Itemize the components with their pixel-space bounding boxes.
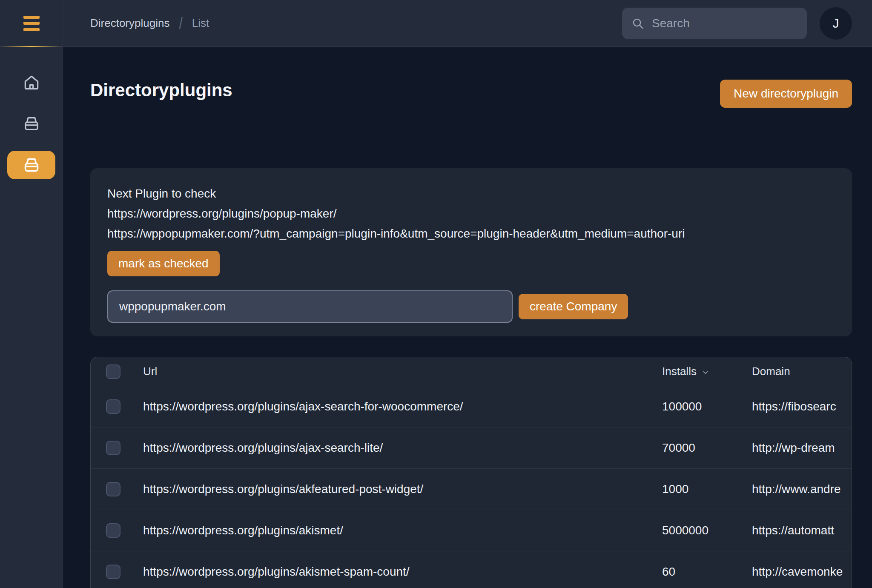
breadcrumb: Directoryplugins / List: [90, 16, 209, 31]
search-box[interactable]: [622, 8, 807, 39]
sidebar: [0, 47, 63, 588]
row-checkbox[interactable]: [106, 441, 120, 455]
sidebar-item-directoryplugins[interactable]: [7, 151, 55, 179]
select-all-checkbox[interactable]: [106, 364, 120, 379]
table-row[interactable]: https://wordpress.org/plugins/akismet-sp…: [91, 551, 852, 588]
topbar-right: J: [622, 7, 872, 40]
table-header-row: Url Installs Domain: [91, 357, 852, 386]
row-url: https://wordpress.org/plugins/ajax-searc…: [120, 441, 662, 455]
breadcrumb-current-page[interactable]: List: [192, 17, 209, 30]
author-url-text: https://wppopupmaker.com/?utm_campaign=p…: [107, 224, 835, 244]
row-checkbox[interactable]: [106, 482, 120, 496]
breadcrumb-resource-link[interactable]: Directoryplugins: [90, 17, 169, 30]
search-input[interactable]: [652, 17, 806, 30]
row-installs: 60: [662, 565, 752, 579]
table-row[interactable]: https://wordpress.org/plugins/akismet/ 5…: [91, 510, 852, 551]
create-company-button[interactable]: create Company: [519, 294, 628, 319]
sort-chevron-down-icon: [702, 369, 709, 376]
table-row[interactable]: https://wordpress.org/plugins/akfeatured…: [91, 468, 852, 510]
search-icon: [631, 17, 644, 30]
home-icon: [22, 73, 41, 92]
row-url: https://wordpress.org/plugins/akismet/: [120, 524, 662, 537]
create-company-row: create Company: [107, 290, 835, 323]
page-title: Directoryplugins: [90, 80, 232, 100]
table-row[interactable]: https://wordpress.org/plugins/ajax-searc…: [91, 427, 852, 468]
hamburger-menu-button[interactable]: [23, 16, 40, 31]
next-plugin-label: Next Plugin to check: [107, 184, 835, 204]
new-directoryplugin-button[interactable]: New directoryplugin: [720, 80, 852, 108]
row-url: https://wordpress.org/plugins/ajax-searc…: [120, 400, 662, 413]
row-url: https://wordpress.org/plugins/akismet-sp…: [120, 565, 662, 579]
column-header-url: Url: [120, 365, 662, 378]
row-domain: https://fibosearc: [752, 400, 852, 413]
row-checkbox[interactable]: [106, 523, 120, 538]
row-installs: 1000: [662, 482, 752, 496]
row-checkbox[interactable]: [106, 399, 120, 414]
archive-icon: [22, 155, 41, 175]
row-url: https://wordpress.org/plugins/akfeatured…: [120, 482, 662, 496]
next-plugin-card: Next Plugin to check https://wordpress.o…: [90, 168, 852, 336]
archive-icon: [22, 114, 41, 134]
column-header-domain: Domain: [752, 365, 852, 378]
row-installs: 70000: [662, 441, 752, 455]
company-domain-input[interactable]: [107, 290, 513, 323]
mark-as-checked-button[interactable]: mark as checked: [107, 251, 220, 276]
row-domain: http://www.andre: [752, 482, 852, 496]
page-header: Directoryplugins New directoryplugin: [90, 47, 852, 115]
row-checkbox[interactable]: [106, 565, 120, 579]
records-table: Url Installs Domain https://wordpress.or…: [90, 357, 852, 588]
row-domain: http://cavemonke: [752, 565, 852, 579]
row-domain: https://automatt: [752, 524, 852, 537]
avatar[interactable]: J: [820, 7, 852, 40]
sidebar-item-resource-1[interactable]: [7, 109, 55, 138]
plugin-url-text: https://wordpress.org/plugins/popup-make…: [107, 204, 835, 224]
column-header-installs[interactable]: Installs: [662, 365, 709, 378]
avatar-initial: J: [833, 16, 839, 31]
breadcrumb-separator: /: [179, 14, 182, 32]
row-domain: http://wp-dream: [752, 441, 852, 455]
top-bar: Directoryplugins / List J: [0, 0, 872, 47]
main-content: Directoryplugins New directoryplugin Nex…: [90, 47, 852, 115]
sidebar-item-dashboard[interactable]: [7, 68, 55, 97]
sidebar-header: [0, 0, 63, 47]
row-installs: 100000: [662, 400, 752, 413]
table-row[interactable]: https://wordpress.org/plugins/ajax-searc…: [91, 386, 852, 427]
row-installs: 5000000: [662, 524, 752, 537]
